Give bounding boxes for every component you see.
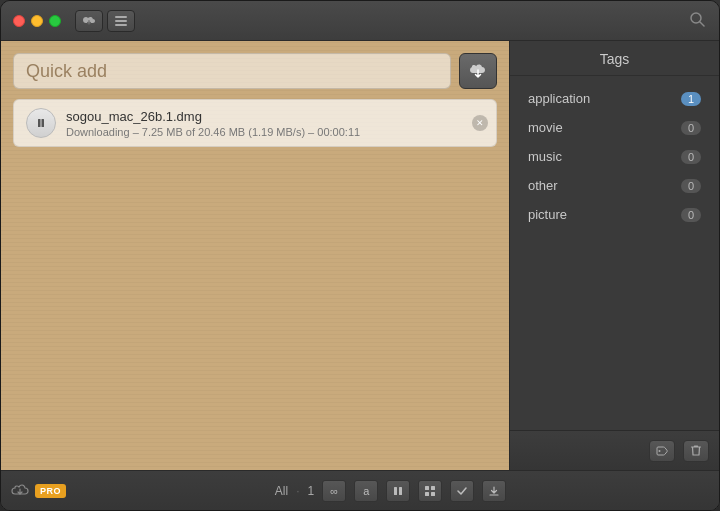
grid-button[interactable] xyxy=(418,480,442,502)
delete-tag-button[interactable] xyxy=(683,440,709,462)
tag-count-other: 0 xyxy=(681,179,701,193)
tag-name-music: music xyxy=(528,149,675,164)
add-tag-button[interactable] xyxy=(649,440,675,462)
stats-separator: · xyxy=(296,484,299,498)
cloud-icon[interactable] xyxy=(75,10,103,32)
download-info: sogou_mac_26b.1.dmg Downloading – 7.25 M… xyxy=(66,109,484,138)
download-status: Downloading – 7.25 MB of 20.46 MB (1.19 … xyxy=(66,126,484,138)
maximize-button[interactable] xyxy=(49,15,61,27)
download-filename: sogou_mac_26b.1.dmg xyxy=(66,109,484,124)
bottom-toolbar: PRO All · 1 ∞ a xyxy=(1,470,719,510)
check-button[interactable] xyxy=(450,480,474,502)
start-download-button[interactable] xyxy=(459,53,497,89)
right-panel: Tags application 1 movie 0 music 0 other… xyxy=(509,41,719,470)
close-button[interactable] xyxy=(13,15,25,27)
import-button[interactable] xyxy=(482,480,506,502)
svg-rect-2 xyxy=(115,24,127,26)
pro-badge: PRO xyxy=(35,484,66,498)
stats-all-label: All xyxy=(275,484,288,498)
svg-rect-0 xyxy=(115,16,127,18)
tag-item-application[interactable]: application 1 xyxy=(518,86,711,111)
svg-rect-9 xyxy=(399,487,402,495)
svg-rect-1 xyxy=(115,20,127,22)
pause-button[interactable] xyxy=(26,108,56,138)
tag-name-picture: picture xyxy=(528,207,675,222)
download-item: sogou_mac_26b.1.dmg Downloading – 7.25 M… xyxy=(13,99,497,147)
tag-count-picture: 0 xyxy=(681,208,701,222)
svg-line-4 xyxy=(700,22,704,26)
svg-rect-13 xyxy=(431,492,435,496)
cloud-bottom-icon[interactable] xyxy=(11,482,29,499)
toolbar-center: All · 1 ∞ a xyxy=(72,480,709,502)
left-panel: sogou_mac_26b.1.dmg Downloading – 7.25 M… xyxy=(1,41,509,470)
quick-add-input[interactable] xyxy=(13,53,451,89)
svg-rect-5 xyxy=(38,119,41,127)
svg-rect-11 xyxy=(431,486,435,490)
pause-all-button[interactable] xyxy=(386,480,410,502)
alpha-button[interactable]: a xyxy=(354,480,378,502)
right-bottom-toolbar xyxy=(510,430,719,470)
svg-rect-10 xyxy=(425,486,429,490)
tag-count-music: 0 xyxy=(681,150,701,164)
search-icon[interactable] xyxy=(689,11,705,31)
tag-name-other: other xyxy=(528,178,675,193)
tag-item-movie[interactable]: movie 0 xyxy=(518,115,711,140)
svg-rect-6 xyxy=(42,119,45,127)
tag-item-picture[interactable]: picture 0 xyxy=(518,202,711,227)
remove-download-button[interactable]: ✕ xyxy=(472,115,488,131)
svg-point-7 xyxy=(659,450,661,452)
content-area: sogou_mac_26b.1.dmg Downloading – 7.25 M… xyxy=(1,41,719,470)
stats-count: 1 xyxy=(308,484,315,498)
main-window: sogou_mac_26b.1.dmg Downloading – 7.25 M… xyxy=(0,0,720,511)
alpha-icon: a xyxy=(363,485,369,497)
tag-item-music[interactable]: music 0 xyxy=(518,144,711,169)
quick-add-bar xyxy=(13,53,497,89)
tags-header: Tags xyxy=(510,41,719,76)
list-icon[interactable] xyxy=(107,10,135,32)
tag-item-other[interactable]: other 0 xyxy=(518,173,711,198)
minimize-button[interactable] xyxy=(31,15,43,27)
titlebar-icons xyxy=(75,10,135,32)
svg-rect-8 xyxy=(394,487,397,495)
titlebar xyxy=(1,1,719,41)
tag-count-movie: 0 xyxy=(681,121,701,135)
tag-name-movie: movie xyxy=(528,120,675,135)
tag-name-application: application xyxy=(528,91,675,106)
loop-button[interactable]: ∞ xyxy=(322,480,346,502)
loop-icon: ∞ xyxy=(330,485,338,497)
tag-count-application: 1 xyxy=(681,92,701,106)
svg-rect-12 xyxy=(425,492,429,496)
tags-list: application 1 movie 0 music 0 other 0 pi… xyxy=(510,76,719,430)
traffic-lights xyxy=(13,15,61,27)
